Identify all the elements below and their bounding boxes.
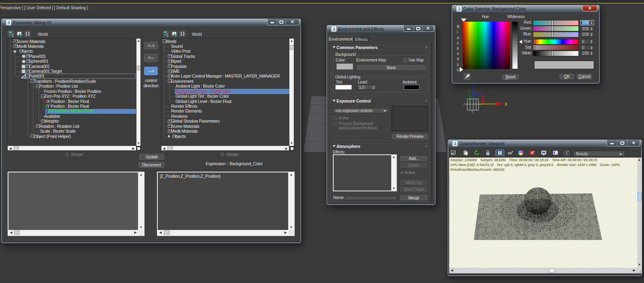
- svg-text:X: X: [505, 102, 508, 107]
- svg-text:Y: Y: [468, 90, 471, 94]
- svg-text:AF: AF: [508, 151, 512, 155]
